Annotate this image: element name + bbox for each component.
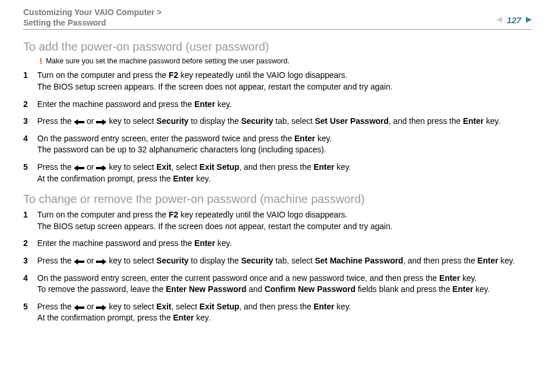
section2-steps: 1Turn on the computer and press the F2 k… <box>23 209 532 324</box>
page-number: 127 <box>507 15 521 25</box>
step-item: 4On the password entry screen, enter the… <box>23 133 532 156</box>
step-item: 4On the password entry screen, enter the… <box>23 273 532 295</box>
svg-marker-8 <box>74 305 84 311</box>
section1-heading: To add the power-on password (user passw… <box>23 40 532 54</box>
right-arrow-icon <box>96 119 106 125</box>
left-arrow-icon <box>74 165 84 171</box>
breadcrumb-line2: Setting the Password <box>23 17 162 28</box>
left-arrow-icon <box>74 119 84 125</box>
step-item: 1Turn on the computer and press the F2 k… <box>23 209 532 232</box>
step-number: 1 <box>23 70 37 81</box>
svg-marker-0 <box>496 17 502 23</box>
section1-steps: 1Turn on the computer and press the F2 k… <box>23 70 532 184</box>
warning-text: Make sure you set the machine password b… <box>46 57 290 65</box>
step-number: 5 <box>23 162 37 173</box>
warning-row: ! Make sure you set the machine password… <box>40 57 532 65</box>
step-text: Enter the machine password and press the… <box>37 238 532 250</box>
step-item: 5Press the or key to select Exit, select… <box>23 301 532 324</box>
breadcrumb: Customizing Your VAIO Computer > Setting… <box>23 7 162 28</box>
svg-marker-5 <box>96 165 106 171</box>
step-text: On the password entry screen, enter the … <box>37 273 532 295</box>
prev-page-icon[interactable] <box>496 16 503 25</box>
step-number: 2 <box>23 238 37 250</box>
svg-marker-3 <box>96 119 106 125</box>
warning-icon: ! <box>40 57 42 65</box>
left-arrow-icon <box>74 259 84 265</box>
step-item: 5Press the or key to select Exit, select… <box>23 162 532 184</box>
step-item: 3Press the or key to select Security to … <box>23 116 532 127</box>
step-text: Press the or key to select Security to d… <box>37 255 532 267</box>
step-item: 2Enter the machine password and press th… <box>23 99 532 111</box>
left-arrow-icon <box>74 305 84 311</box>
step-text: Turn on the computer and press the F2 ke… <box>37 209 532 232</box>
step-text: Press the or key to select Security to d… <box>37 116 532 127</box>
svg-marker-4 <box>74 165 84 171</box>
step-number: 1 <box>23 209 37 221</box>
section2-heading: To change or remove the power-on passwor… <box>23 193 532 206</box>
breadcrumb-line1: Customizing Your VAIO Computer > <box>23 7 162 17</box>
page-header: Customizing Your VAIO Computer > Setting… <box>23 7 532 30</box>
svg-marker-6 <box>74 259 84 265</box>
next-page-icon[interactable] <box>525 16 532 25</box>
step-number: 5 <box>23 301 37 313</box>
page-nav: 127 <box>496 15 532 25</box>
step-text: Enter the machine password and press the… <box>37 99 532 111</box>
step-text: Press the or key to select Exit, select … <box>37 301 532 324</box>
step-text: Press the or key to select Exit, select … <box>37 162 532 184</box>
step-number: 2 <box>23 99 37 111</box>
svg-marker-1 <box>526 17 532 23</box>
svg-marker-9 <box>96 305 106 311</box>
step-number: 4 <box>23 133 37 145</box>
step-number: 4 <box>23 273 37 284</box>
svg-marker-2 <box>74 119 84 125</box>
step-text: Turn on the computer and press the F2 ke… <box>37 70 532 92</box>
document-page: Customizing Your VAIO Computer > Setting… <box>0 0 555 341</box>
step-number: 3 <box>23 116 37 127</box>
svg-marker-7 <box>96 259 106 265</box>
right-arrow-icon <box>96 165 106 171</box>
step-item: 1Turn on the computer and press the F2 k… <box>23 70 532 92</box>
right-arrow-icon <box>96 305 106 311</box>
right-arrow-icon <box>96 259 106 265</box>
step-text: On the password entry screen, enter the … <box>37 133 532 156</box>
step-item: 2Enter the machine password and press th… <box>23 238 532 250</box>
step-item: 3Press the or key to select Security to … <box>23 255 532 267</box>
step-number: 3 <box>23 255 37 267</box>
